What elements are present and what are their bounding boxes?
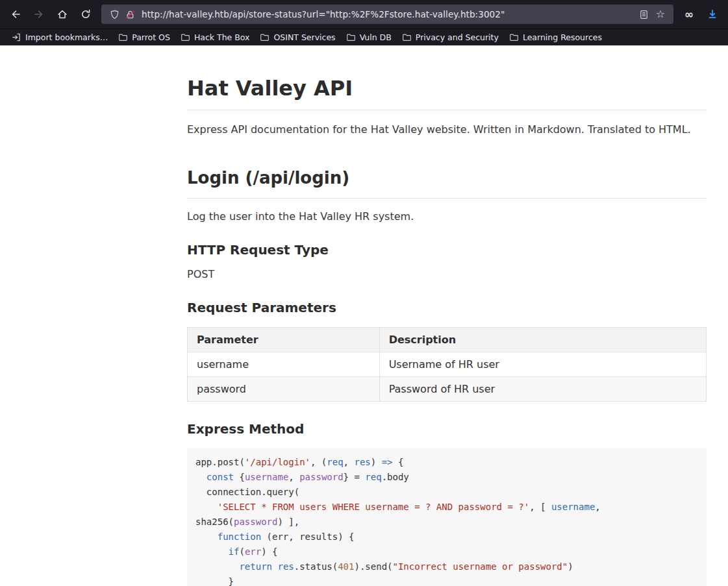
bookmarks-bar: Import bookmarks… Parrot OS Hack The Box… — [0, 29, 728, 45]
code-line: 'SELECT * FROM users WHERE username = ? … — [195, 500, 698, 515]
request-parameters-heading: Request Parameters — [187, 300, 707, 315]
request-parameters-table: ParameterDescription usernameUsername of… — [187, 327, 707, 402]
table-cell: Username of HR user — [379, 352, 706, 376]
http-request-type-heading: HTTP Request Type — [187, 242, 707, 258]
tracking-protection-shield-icon[interactable] — [107, 6, 122, 22]
folder-icon — [181, 32, 190, 42]
folder-icon — [260, 32, 270, 42]
table-row: usernameUsername of HR user — [188, 352, 707, 376]
browser-chrome: http://hat-valley.htb/api/store-status?u… — [0, 0, 728, 45]
reader-view-icon[interactable] — [636, 6, 651, 22]
forward-button[interactable] — [29, 4, 49, 25]
code-line: connection.query( — [195, 485, 698, 500]
bookmark-label: Import bookmarks… — [25, 32, 108, 42]
page-title: Hat Valley API — [187, 75, 707, 110]
bookmark-label: Vuln DB — [360, 32, 392, 42]
folder-icon — [509, 32, 519, 42]
home-button[interactable] — [52, 4, 73, 25]
table-cell: Password of HR user — [379, 376, 706, 401]
table-cell: password — [188, 376, 380, 401]
bookmark-item[interactable]: Import bookmarks… — [6, 31, 113, 44]
bookmark-item[interactable]: Privacy and Security — [397, 31, 504, 44]
code-block: app.post('/api/login', (req, res) => { c… — [187, 448, 707, 586]
bookmark-star-icon[interactable]: ☆ — [653, 6, 668, 22]
bookmark-label: Hack The Box — [194, 32, 250, 42]
table-cell: username — [188, 352, 380, 376]
import-icon — [12, 32, 21, 42]
code-line: const {username, password} = req.body — [195, 470, 698, 485]
bookmark-item[interactable]: Vuln DB — [341, 31, 397, 44]
table-header-cell: Parameter — [188, 327, 380, 352]
express-method-heading: Express Method — [187, 421, 707, 437]
url-bar[interactable]: http://hat-valley.htb/api/store-status?u… — [101, 5, 673, 24]
back-button[interactable] — [5, 4, 26, 25]
code-line: if(err) { — [195, 544, 698, 559]
bookmark-item[interactable]: Learning Resources — [504, 31, 607, 44]
code-line: return res.status(401).send("Incorrect u… — [195, 559, 698, 574]
downloads-icon[interactable] — [702, 4, 723, 25]
insecure-lock-icon[interactable] — [122, 6, 138, 22]
folder-icon — [118, 32, 128, 42]
code-line: function (err, results) { — [195, 530, 698, 544]
code-line: app.post('/api/login', (req, res) => { — [195, 455, 698, 470]
bookmark-item[interactable]: Parrot OS — [113, 31, 175, 44]
api-doc-content: Hat Valley API Express API documentation… — [187, 75, 707, 586]
page-viewport: Hat Valley API Express API documentation… — [0, 45, 728, 586]
login-section-heading: Login (/api/login) — [187, 167, 707, 199]
params-table-head-row: ParameterDescription — [188, 327, 707, 352]
code-line: } — [195, 574, 698, 586]
bookmark-label: Parrot OS — [132, 32, 170, 42]
params-table-body: usernameUsername of HR userpasswordPassw… — [188, 352, 707, 401]
bookmark-label: OSINT Services — [273, 32, 335, 42]
extension-icon[interactable]: ∞ — [679, 4, 699, 25]
table-row: passwordPassword of HR user — [188, 376, 707, 401]
http-method-value: POST — [187, 268, 707, 280]
bookmark-item[interactable]: OSINT Services — [255, 31, 340, 44]
reload-button[interactable] — [75, 4, 96, 25]
folder-icon — [402, 32, 412, 42]
browser-toolbar: http://hat-valley.htb/api/store-status?u… — [0, 0, 728, 29]
folder-icon — [346, 32, 356, 42]
bookmark-label: Learning Resources — [523, 32, 602, 42]
bookmark-item[interactable]: Hack The Box — [175, 31, 255, 44]
login-description: Log the user into the Hat Valley HR syst… — [187, 210, 707, 223]
intro-paragraph: Express API documentation for the Hat Va… — [187, 122, 707, 138]
code-line: sha256(password) ], — [195, 515, 698, 530]
table-header-cell: Description — [379, 327, 706, 352]
bookmark-label: Privacy and Security — [416, 32, 499, 42]
url-text[interactable]: http://hat-valley.htb/api/store-status?u… — [138, 9, 636, 19]
